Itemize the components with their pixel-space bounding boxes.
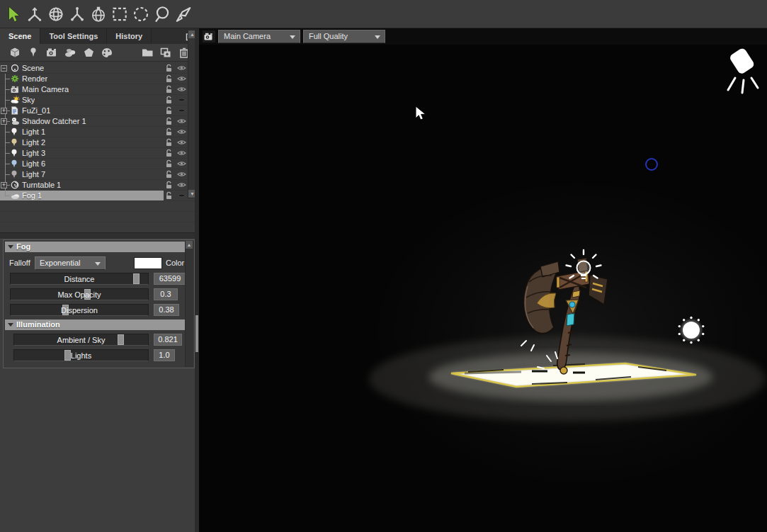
tree-item-label: FuZi_01 bbox=[22, 106, 50, 115]
folder-icon[interactable] bbox=[138, 46, 157, 59]
fog-color-swatch[interactable] bbox=[134, 257, 162, 269]
eye-icon[interactable] bbox=[177, 96, 187, 104]
palette-icon[interactable] bbox=[98, 46, 116, 59]
rotate-tool-icon[interactable] bbox=[45, 3, 67, 26]
eye-icon[interactable] bbox=[177, 171, 187, 179]
eye-icon[interactable] bbox=[177, 107, 187, 115]
tab-history[interactable]: History bbox=[107, 28, 152, 44]
move-tool-icon[interactable] bbox=[24, 3, 45, 26]
distance-value-field[interactable]: 63599 bbox=[154, 273, 186, 285]
scroll-up-button[interactable]: ▲ bbox=[186, 241, 193, 249]
expand-toggle[interactable]: + bbox=[1, 108, 7, 114]
lock-icon[interactable] bbox=[165, 181, 174, 190]
tree-row-light-1[interactable]: Light 1 bbox=[0, 127, 199, 137]
tree-item-label: Main Camera bbox=[22, 85, 69, 94]
expand-toggle[interactable]: − bbox=[0, 63, 11, 74]
lock-icon[interactable] bbox=[165, 117, 174, 126]
distance-slider[interactable]: Distance bbox=[10, 273, 149, 285]
tab-tool-settings[interactable]: Tool Settings bbox=[40, 28, 107, 44]
eye-icon[interactable] bbox=[177, 160, 187, 168]
scale-tool-icon[interactable] bbox=[67, 3, 88, 26]
fog-section-header[interactable]: Fog bbox=[5, 242, 186, 252]
panel-divider[interactable] bbox=[0, 232, 199, 239]
tree-item-label: Light 3 bbox=[22, 149, 45, 157]
lock-icon[interactable] bbox=[165, 191, 174, 200]
bulb-icon bbox=[11, 159, 20, 168]
expand-toggle[interactable]: + bbox=[1, 118, 7, 125]
fog-panel-scrollbar[interactable]: ▲ bbox=[185, 241, 193, 367]
distance-slider-row: Distance 63599 bbox=[10, 273, 186, 285]
sphere-gizmo-tool-icon[interactable] bbox=[88, 3, 109, 26]
dispersion-label: Dispersion bbox=[11, 306, 148, 315]
ambient-sky-slider[interactable]: Ambient / Sky bbox=[13, 334, 149, 346]
tree-row-shadow-catcher-1[interactable]: +Shadow Catcher 1 bbox=[0, 116, 199, 127]
lights-slider[interactable]: Lights bbox=[13, 349, 149, 361]
tree-row-main-camera[interactable]: Main Camera bbox=[0, 84, 199, 95]
tree-row-light-6[interactable]: Light 6 bbox=[0, 159, 199, 169]
splitter-grip[interactable] bbox=[195, 315, 198, 352]
cube-icon[interactable] bbox=[6, 46, 24, 59]
ellipse-marquee-tool-icon[interactable] bbox=[130, 3, 152, 26]
tree-row-fog-1[interactable]: Fog 1 bbox=[0, 191, 199, 201]
point-light-ring-gizmo[interactable] bbox=[646, 159, 657, 170]
lock-icon[interactable] bbox=[165, 159, 174, 169]
tree-row-scene[interactable]: −Scene bbox=[0, 63, 199, 74]
lock-icon[interactable] bbox=[165, 149, 174, 158]
rocks-icon[interactable] bbox=[61, 46, 79, 59]
camera-add-icon[interactable] bbox=[42, 46, 61, 59]
collapse-triangle-icon bbox=[8, 245, 13, 249]
tree-row-sky[interactable]: Sky bbox=[0, 95, 199, 106]
tree-row-fuzi-01[interactable]: +FuZi_01 bbox=[0, 106, 199, 116]
eye-icon[interactable] bbox=[177, 149, 187, 157]
eye-icon[interactable] bbox=[177, 181, 187, 189]
rect-marquee-tool-icon[interactable] bbox=[109, 3, 130, 26]
tree-row-turntable-1[interactable]: +Turntable 1 bbox=[0, 180, 199, 191]
eye-icon[interactable] bbox=[177, 192, 187, 200]
3d-scene-canvas[interactable] bbox=[199, 28, 767, 532]
tree-item-label: Light 2 bbox=[22, 138, 45, 147]
eye-icon[interactable] bbox=[177, 86, 187, 94]
select-tool-icon[interactable] bbox=[3, 3, 24, 26]
tree-row-light-2[interactable]: Light 2 bbox=[0, 137, 199, 148]
lock-icon[interactable] bbox=[165, 170, 174, 179]
ambient-sky-value-field[interactable]: 0.821 bbox=[154, 334, 182, 346]
lock-icon[interactable] bbox=[165, 128, 174, 137]
tree-row-light-7[interactable]: Light 7 bbox=[0, 169, 199, 180]
chevron-down-icon bbox=[95, 262, 101, 266]
light-pin-icon[interactable] bbox=[24, 46, 42, 59]
dispersion-value-field[interactable]: 0.38 bbox=[154, 304, 179, 316]
render-viewport[interactable]: Main Camera Full Quality bbox=[199, 28, 767, 532]
camera-select-dropdown[interactable]: Main Camera bbox=[218, 30, 300, 43]
eye-icon[interactable] bbox=[177, 75, 187, 83]
spotlight-gizmo[interactable] bbox=[728, 47, 758, 93]
lasso-tool-icon[interactable] bbox=[152, 3, 173, 26]
lights-slider-row: Lights 1.0 bbox=[13, 349, 186, 361]
scene-icon bbox=[11, 64, 20, 72]
max-opacity-slider[interactable]: Max Opacity bbox=[10, 288, 149, 300]
lock-icon[interactable] bbox=[165, 96, 174, 105]
lock-icon[interactable] bbox=[165, 106, 174, 115]
lock-icon[interactable] bbox=[165, 64, 174, 73]
polygon-lasso-tool-icon[interactable] bbox=[173, 3, 194, 26]
illumination-section-header[interactable]: Illumination bbox=[5, 319, 186, 330]
max-opacity-value-field[interactable]: 0.3 bbox=[154, 288, 178, 300]
eye-icon[interactable] bbox=[177, 128, 187, 136]
tree-branch bbox=[0, 74, 11, 84]
duplicate-icon[interactable] bbox=[157, 46, 175, 59]
lock-icon[interactable] bbox=[165, 74, 174, 84]
hull-icon[interactable] bbox=[79, 46, 98, 59]
quality-select-dropdown[interactable]: Full Quality bbox=[303, 30, 385, 43]
eye-icon[interactable] bbox=[177, 64, 187, 72]
lights-value-field[interactable]: 1.0 bbox=[154, 349, 175, 361]
render-icon bbox=[11, 74, 20, 83]
expand-toggle[interactable]: + bbox=[1, 182, 7, 188]
lock-icon[interactable] bbox=[165, 138, 174, 147]
tab-scene[interactable]: Scene bbox=[0, 28, 40, 44]
tree-row-light-3[interactable]: Light 3 bbox=[0, 148, 199, 159]
dispersion-slider[interactable]: Dispersion bbox=[10, 304, 149, 316]
lock-icon[interactable] bbox=[165, 85, 174, 94]
tree-row-render[interactable]: Render bbox=[0, 74, 199, 84]
eye-icon[interactable] bbox=[177, 139, 187, 147]
eye-icon[interactable] bbox=[177, 118, 187, 125]
falloff-dropdown[interactable]: Exponential bbox=[35, 256, 106, 270]
